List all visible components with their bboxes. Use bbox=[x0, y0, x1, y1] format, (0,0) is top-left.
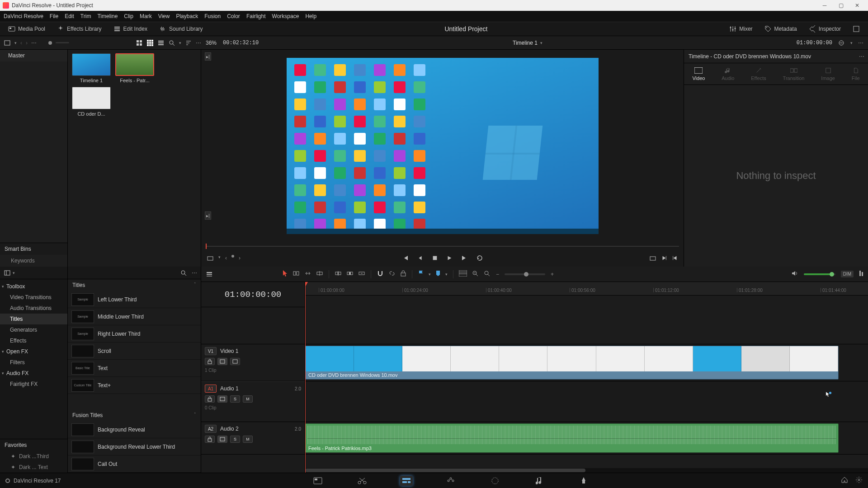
trim-tool-icon[interactable] bbox=[292, 270, 300, 278]
metadata-view-icon[interactable] bbox=[136, 39, 143, 47]
chevron-down-icon[interactable]: ▾ bbox=[540, 41, 542, 45]
auto-select-icon[interactable] bbox=[217, 436, 227, 443]
track-tag-v1[interactable]: V1 bbox=[205, 347, 217, 355]
smart-bin-keywords[interactable]: Keywords bbox=[0, 255, 67, 267]
track-lane-v1[interactable]: CD oder DVD brennen Windows 10.mov bbox=[305, 344, 868, 381]
title-preset-item[interactable]: SampleLeft Lower Third bbox=[68, 291, 201, 308]
mute-button[interactable]: M bbox=[243, 436, 253, 443]
track-tag-a1[interactable]: A1 bbox=[205, 385, 217, 393]
inspector-tab-image[interactable]: Image bbox=[821, 67, 835, 81]
track-lane-a1[interactable] bbox=[305, 381, 868, 422]
clip-thumb[interactable]: CD oder D... bbox=[71, 87, 111, 117]
replace-clip-icon[interactable] bbox=[358, 270, 365, 278]
page-color[interactable] bbox=[489, 476, 501, 486]
lock-icon[interactable] bbox=[400, 270, 406, 278]
bypass-fx-icon[interactable] bbox=[838, 39, 845, 47]
solo-button[interactable]: S bbox=[230, 395, 240, 403]
selection-tool-icon[interactable] bbox=[283, 270, 288, 278]
track-header-a2[interactable]: A2Audio 22.0 S M bbox=[201, 422, 305, 455]
inspector-tab-audio[interactable]: Audio bbox=[722, 67, 734, 81]
maximize-button[interactable]: ▢ bbox=[833, 1, 849, 9]
chevron-down-icon[interactable]: ▾ bbox=[445, 272, 448, 277]
lock-track-icon[interactable] bbox=[205, 358, 215, 365]
timeline-horizontal-scrollbar[interactable] bbox=[305, 468, 868, 473]
bin-master[interactable]: Master bbox=[0, 50, 67, 61]
menu-mark[interactable]: Mark bbox=[140, 13, 152, 19]
expand-viewer-icon[interactable]: ▸| bbox=[205, 52, 211, 61]
title-preset-item[interactable]: SampleRight Lower Third bbox=[68, 325, 201, 343]
menu-timeline[interactable]: Timeline bbox=[97, 13, 118, 19]
zoom-to-fit-icon[interactable] bbox=[472, 270, 479, 278]
title-preset-item[interactable]: Custom TitleText+ bbox=[68, 377, 201, 394]
minimize-button[interactable]: ─ bbox=[816, 1, 833, 9]
menu-fusion[interactable]: Fusion bbox=[204, 13, 221, 19]
title-preset-item[interactable]: Call Out bbox=[68, 455, 201, 473]
marker-icon[interactable] bbox=[435, 270, 441, 278]
media-pool-toggle[interactable]: Media Pool bbox=[5, 24, 49, 34]
menu-file[interactable]: File bbox=[50, 13, 58, 19]
viewer-zoom[interactable]: 36% bbox=[206, 40, 217, 46]
index-view-icon[interactable] bbox=[459, 270, 467, 278]
tree-audio-transitions[interactable]: Audio Transitions bbox=[0, 303, 67, 314]
menu-fairlight[interactable]: Fairlight bbox=[246, 13, 266, 19]
track-tag-a2[interactable]: A2 bbox=[205, 425, 217, 433]
page-edit[interactable] bbox=[400, 476, 413, 486]
metadata-toggle[interactable]: Metadata bbox=[761, 24, 801, 34]
menu-help[interactable]: Help bbox=[305, 13, 316, 19]
effects-library-toggle[interactable]: Effects Library bbox=[53, 24, 105, 34]
edit-index-toggle[interactable]: Edit Index bbox=[110, 24, 151, 34]
fusion-titles-group-header[interactable]: Fusion Titles˄ bbox=[68, 409, 201, 421]
tree-fairlight-fx[interactable]: Fairlight FX bbox=[0, 379, 67, 389]
inspector-tab-video[interactable]: Video bbox=[692, 67, 705, 81]
title-preset-item[interactable]: SampleMiddle Lower Third bbox=[68, 308, 201, 325]
prev-clip-icon[interactable]: ‹ bbox=[225, 255, 227, 262]
panel-layout-icon[interactable] bbox=[4, 269, 11, 277]
zoom-out-icon[interactable]: − bbox=[496, 271, 499, 277]
smart-bins-header[interactable]: Smart Bins bbox=[0, 243, 67, 255]
mini-slider[interactable] bbox=[56, 42, 69, 43]
nav-fwd-icon[interactable]: › bbox=[26, 40, 28, 46]
chevron-down-icon[interactable]: ▾ bbox=[218, 255, 221, 262]
chevron-down-icon[interactable]: ▾ bbox=[13, 271, 15, 275]
tree-filters[interactable]: Filters bbox=[0, 357, 67, 368]
expand-viewer-icon[interactable]: ▸| bbox=[205, 211, 211, 220]
auto-select-icon[interactable] bbox=[217, 358, 227, 365]
timeline-ruler[interactable]: 01:00:08:0001:00:24:0001:00:40:0001:00:5… bbox=[305, 282, 868, 296]
video-clip[interactable]: CD oder DVD brennen Windows 10.mov bbox=[305, 346, 839, 380]
title-preset-item[interactable]: Basic TitleText bbox=[68, 360, 201, 377]
list-view-icon[interactable] bbox=[157, 39, 165, 47]
menu-app[interactable]: DaVinci Resolve bbox=[4, 13, 43, 19]
options-icon[interactable]: ⋯ bbox=[192, 270, 197, 276]
chevron-down-icon[interactable]: ▾ bbox=[850, 41, 853, 45]
overwrite-clip-icon[interactable] bbox=[346, 270, 354, 278]
chevron-down-icon[interactable]: ▾ bbox=[429, 272, 431, 277]
inspector-tab-file[interactable]: File bbox=[852, 67, 860, 81]
timeline-tracks-area[interactable]: 01:00:08:0001:00:24:0001:00:40:0001:00:5… bbox=[305, 282, 868, 473]
title-preset-item[interactable]: Background Reveal bbox=[68, 421, 201, 438]
viewer-canvas[interactable]: /*filled below*/ bbox=[287, 58, 599, 234]
search-icon[interactable] bbox=[168, 39, 175, 47]
auto-select-icon[interactable] bbox=[217, 395, 227, 403]
viewer-options-icon[interactable]: ⋯ bbox=[858, 40, 863, 46]
menu-view[interactable]: View bbox=[158, 13, 170, 19]
chevron-down-icon[interactable]: ▾ bbox=[179, 41, 181, 45]
disable-video-icon[interactable] bbox=[230, 358, 240, 365]
inspector-toggle[interactable]: Inspector bbox=[805, 24, 844, 34]
mark-out-icon[interactable] bbox=[661, 255, 667, 263]
go-start-button[interactable] bbox=[402, 254, 409, 263]
home-icon[interactable] bbox=[841, 476, 848, 485]
dim-button[interactable]: DIM bbox=[841, 271, 854, 277]
meters-toggle-icon[interactable] bbox=[859, 270, 863, 278]
search-icon[interactable] bbox=[180, 269, 187, 277]
titles-group-header[interactable]: Titles˄ bbox=[68, 279, 201, 291]
tree-effects[interactable]: Effects bbox=[0, 335, 67, 346]
mixer-toggle[interactable]: Mixer bbox=[726, 24, 756, 34]
link-icon[interactable] bbox=[388, 270, 396, 278]
track-header-a1[interactable]: A1Audio 12.0 S M 0 Clip bbox=[201, 381, 305, 422]
track-header-v1[interactable]: V1Video 1 1 Clip bbox=[201, 344, 305, 381]
inspector-options-icon[interactable]: ⋯ bbox=[859, 53, 864, 60]
zoom-detail-icon[interactable] bbox=[483, 270, 491, 278]
match-frame-icon[interactable] bbox=[207, 255, 214, 262]
single-viewer-icon[interactable] bbox=[649, 255, 656, 262]
menu-color[interactable]: Color bbox=[227, 13, 240, 19]
